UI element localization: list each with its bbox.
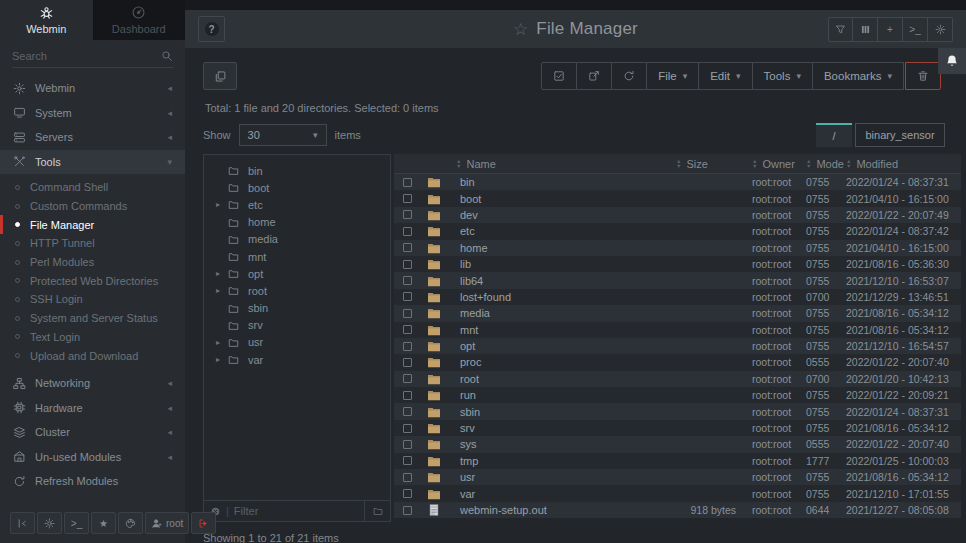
file-name[interactable]: tmp [456,455,676,467]
table-row-var[interactable]: var root:root 0755 2021/12/10 - 17:01:55 [394,485,961,501]
tree-item-srv[interactable]: srv [204,317,390,334]
add-button[interactable]: + [878,17,903,42]
table-row-etc[interactable]: etc root:root 0755 2022/01/24 - 08:37:42 [394,223,961,239]
sidebar-item-command-shell[interactable]: Command Shell [0,178,185,197]
tree-item-home[interactable]: home [204,214,390,231]
tree-item-root[interactable]: ▸ root [204,282,390,299]
table-row-lib[interactable]: lib root:root 0755 2021/08/16 - 05:36:30 [394,256,961,272]
tools-menu[interactable]: Tools▾ [753,62,813,90]
bookmarks-menu[interactable]: Bookmarks▾ [813,62,904,90]
column-header-name[interactable]: ▲▼ Name [456,158,676,170]
file-name[interactable]: lib64 [456,275,676,287]
sidebar-item-upload-and-download[interactable]: Upload and Download [0,346,185,365]
file-name[interactable]: root [456,373,676,385]
expander-icon[interactable]: ▸ [216,200,227,209]
tree-item-mnt[interactable]: mnt [204,248,390,265]
terminal-button[interactable]: >_ [903,17,928,42]
file-name[interactable]: sbin [456,406,676,418]
row-checkbox[interactable] [403,243,412,252]
table-row-tmp[interactable]: tmp root:root 1777 2022/01/25 - 10:00:03 [394,453,961,469]
tree-item-media[interactable]: media [204,231,390,248]
breadcrumb-root[interactable]: / [816,123,852,147]
row-checkbox[interactable] [403,407,412,416]
collapse-sidebar-button[interactable] [10,512,35,534]
tab-webmin[interactable]: Webmin [0,0,93,40]
table-row-sys[interactable]: sys root:root 0555 2022/01/22 - 20:07:40 [394,436,961,452]
file-name[interactable]: srv [456,422,676,434]
sidebar-item-system[interactable]: System ◂ [0,101,185,126]
sort-icon[interactable]: ▲▼ [752,159,757,168]
row-checkbox[interactable] [403,358,412,367]
trash-button[interactable] [905,62,941,90]
tree-item-etc[interactable]: ▸ etc [204,196,390,213]
table-row-media[interactable]: media root:root 0755 2021/08/16 - 05:34:… [394,305,961,321]
file-name[interactable]: boot [456,193,676,205]
select-all-button[interactable] [541,62,577,90]
sidebar-item-file-manager[interactable]: File Manager [0,215,185,234]
edit-menu[interactable]: Edit▾ [699,62,752,90]
copy-path-button[interactable] [203,62,237,90]
row-checkbox[interactable] [403,342,412,351]
file-name[interactable]: media [456,307,676,319]
page-size-select[interactable]: 30 ▾ [239,124,327,146]
table-row-proc[interactable]: proc root:root 0555 2022/01/22 - 20:07:4… [394,354,961,370]
sort-icon[interactable]: ▲▼ [846,159,851,168]
sidebar-item-http-tunnel[interactable]: HTTP Tunnel [0,234,185,253]
row-checkbox[interactable] [403,325,412,334]
tree-item-usr[interactable]: ▸ usr [204,334,390,351]
tree-item-opt[interactable]: ▸ opt [204,265,390,282]
row-checkbox[interactable] [403,391,412,400]
sidebar-item-text-login[interactable]: Text Login [0,328,185,347]
file-name[interactable]: webmin-setup.out [456,504,676,516]
export-button[interactable] [577,62,612,90]
search-input[interactable] [12,50,161,62]
file-name[interactable]: opt [456,340,676,352]
file-name[interactable]: dev [456,209,676,221]
expander-icon[interactable]: ▸ [216,338,227,347]
sidebar-item-ssh-login[interactable]: SSH Login [0,290,185,309]
table-row-srv[interactable]: srv root:root 0755 2021/08/16 - 05:34:12 [394,420,961,436]
file-name[interactable]: proc [456,356,676,368]
table-row-lib64[interactable]: lib64 root:root 0755 2021/12/10 - 16:53:… [394,272,961,288]
table-row-mnt[interactable]: mnt root:root 0755 2021/08/16 - 05:34:12 [394,322,961,338]
file-name[interactable]: bin [456,176,676,188]
sidebar-item-servers[interactable]: Servers ◂ [0,125,185,150]
user-button[interactable]: root [145,512,189,534]
table-row-usr[interactable]: usr root:root 0755 2021/08/16 - 05:34:12 [394,469,961,485]
expander-icon[interactable]: ▸ [216,355,227,364]
row-checkbox[interactable] [403,194,412,203]
settings-button[interactable] [928,17,953,42]
table-row-home[interactable]: home root:root 0755 2021/04/10 - 16:15:0… [394,240,961,256]
tree-item-sbin[interactable]: sbin [204,300,390,317]
table-row-boot[interactable]: boot root:root 0755 2021/04/10 - 16:15:0… [394,190,961,206]
row-checkbox[interactable] [403,424,412,433]
table-row-run[interactable]: run root:root 0755 2022/01/22 - 20:09:21 [394,387,961,403]
table-row-dev[interactable]: dev root:root 0755 2022/01/22 - 20:07:49 [394,207,961,223]
table-row-root[interactable]: root root:root 0700 2022/01/20 - 10:42:1… [394,371,961,387]
palette-button[interactable] [118,512,143,534]
file-name[interactable]: home [456,242,676,254]
column-header-size[interactable]: ▲▼ Size [676,158,752,170]
sort-icon[interactable]: ▲▼ [806,159,811,168]
table-row-bin[interactable]: bin root:root 0755 2022/01/24 - 08:37:31 [394,174,961,190]
expander-icon[interactable]: ▸ [216,269,227,278]
row-checkbox[interactable] [403,260,412,269]
sidebar-item-tools[interactable]: Tools ▾ [0,150,185,175]
tree-folder-button[interactable] [364,501,390,521]
file-name[interactable]: lost+found [456,291,676,303]
sidebar-item-hardware[interactable]: Hardware ◂ [0,395,185,420]
file-menu[interactable]: File▾ [647,62,699,90]
sidebar-item-cluster[interactable]: Cluster ◂ [0,420,185,445]
sidebar-item-refresh-modules[interactable]: Refresh Modules [0,469,185,494]
sidebar-item-networking[interactable]: Networking ◂ [0,371,185,396]
column-header-owner[interactable]: ▲▼ Owner [752,158,806,170]
theme-toggle-button[interactable] [37,512,62,534]
expander-icon[interactable]: ▸ [216,286,227,295]
table-row-opt[interactable]: opt root:root 0755 2021/12/10 - 16:54:57 [394,338,961,354]
row-checkbox[interactable] [403,276,412,285]
file-name[interactable]: etc [456,225,676,237]
tree-filter-input[interactable] [234,505,359,517]
sidebar-item-system-and-server-status[interactable]: System and Server Status [0,309,185,328]
row-checkbox[interactable] [403,489,412,498]
logout-button[interactable] [191,512,216,534]
